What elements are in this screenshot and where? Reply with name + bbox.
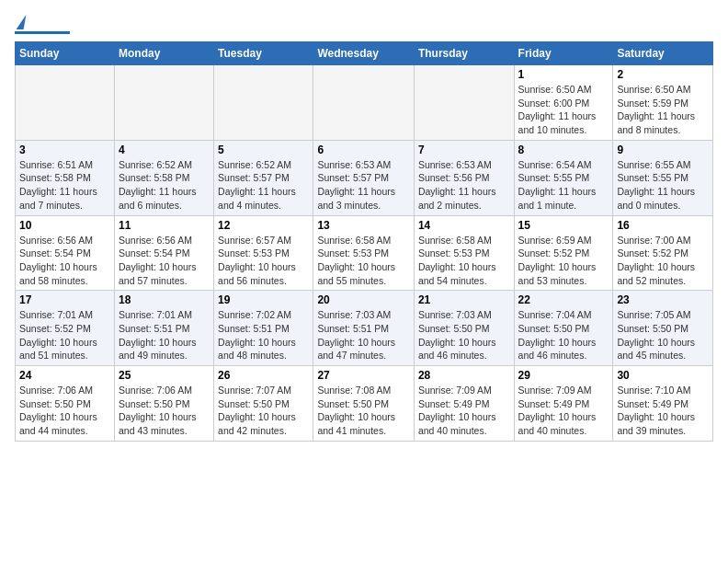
calendar-day-cell: 5Sunrise: 6:52 AM Sunset: 5:57 PM Daylig… xyxy=(214,140,313,215)
calendar-day-cell xyxy=(16,65,115,141)
calendar-week-row: 3Sunrise: 6:51 AM Sunset: 5:58 PM Daylig… xyxy=(16,140,713,215)
day-number: 9 xyxy=(617,144,709,156)
day-info: Sunrise: 6:57 AM Sunset: 5:53 PM Dayligh… xyxy=(218,234,309,288)
day-info: Sunrise: 7:05 AM Sunset: 5:50 PM Dayligh… xyxy=(617,308,709,362)
day-number: 12 xyxy=(218,219,309,232)
calendar-day-cell: 16Sunrise: 7:00 AM Sunset: 5:52 PM Dayli… xyxy=(613,215,713,291)
day-number: 23 xyxy=(617,293,709,306)
calendar-day-cell: 11Sunrise: 6:56 AM Sunset: 5:54 PM Dayli… xyxy=(114,215,213,291)
day-number: 5 xyxy=(218,144,309,156)
calendar-day-cell: 3Sunrise: 6:51 AM Sunset: 5:58 PM Daylig… xyxy=(16,140,115,215)
day-info: Sunrise: 7:00 AM Sunset: 5:52 PM Dayligh… xyxy=(617,234,709,288)
logo-underline xyxy=(15,31,70,34)
day-info: Sunrise: 7:03 AM Sunset: 5:51 PM Dayligh… xyxy=(317,308,410,362)
day-number: 24 xyxy=(19,369,110,382)
day-number: 20 xyxy=(317,293,410,306)
calendar-day-cell: 20Sunrise: 7:03 AM Sunset: 5:51 PM Dayli… xyxy=(313,291,415,366)
calendar-day-header: Monday xyxy=(114,42,213,65)
day-number: 16 xyxy=(617,219,709,232)
day-info: Sunrise: 7:08 AM Sunset: 5:50 PM Dayligh… xyxy=(317,384,410,438)
calendar-day-cell: 21Sunrise: 7:03 AM Sunset: 5:50 PM Dayli… xyxy=(414,291,514,366)
day-info: Sunrise: 7:04 AM Sunset: 5:50 PM Dayligh… xyxy=(518,308,609,362)
calendar-day-cell: 24Sunrise: 7:06 AM Sunset: 5:50 PM Dayli… xyxy=(16,366,115,442)
day-info: Sunrise: 7:06 AM Sunset: 5:50 PM Dayligh… xyxy=(19,384,110,438)
day-number: 14 xyxy=(418,219,510,232)
calendar-day-cell: 26Sunrise: 7:07 AM Sunset: 5:50 PM Dayli… xyxy=(214,366,313,442)
calendar-day-cell xyxy=(313,65,415,141)
calendar-day-header: Friday xyxy=(514,42,613,65)
day-info: Sunrise: 6:50 AM Sunset: 5:59 PM Dayligh… xyxy=(617,83,709,137)
day-info: Sunrise: 6:56 AM Sunset: 5:54 PM Dayligh… xyxy=(19,234,110,288)
calendar-day-cell: 12Sunrise: 6:57 AM Sunset: 5:53 PM Dayli… xyxy=(214,215,313,291)
day-info: Sunrise: 6:58 AM Sunset: 5:53 PM Dayligh… xyxy=(317,234,410,288)
day-info: Sunrise: 6:58 AM Sunset: 5:53 PM Dayligh… xyxy=(418,234,510,288)
day-info: Sunrise: 7:10 AM Sunset: 5:49 PM Dayligh… xyxy=(617,384,709,438)
day-info: Sunrise: 6:50 AM Sunset: 6:00 PM Dayligh… xyxy=(518,83,609,137)
calendar-day-header: Sunday xyxy=(16,42,115,65)
day-info: Sunrise: 6:56 AM Sunset: 5:54 PM Dayligh… xyxy=(119,234,210,288)
calendar-week-row: 17Sunrise: 7:01 AM Sunset: 5:52 PM Dayli… xyxy=(16,291,713,366)
day-info: Sunrise: 7:09 AM Sunset: 5:49 PM Dayligh… xyxy=(418,384,510,438)
calendar-day-cell: 8Sunrise: 6:54 AM Sunset: 5:55 PM Daylig… xyxy=(514,140,613,215)
day-number: 15 xyxy=(518,219,609,232)
day-info: Sunrise: 6:59 AM Sunset: 5:52 PM Dayligh… xyxy=(518,234,609,288)
calendar-day-cell: 15Sunrise: 6:59 AM Sunset: 5:52 PM Dayli… xyxy=(514,215,613,291)
day-number: 29 xyxy=(518,369,609,382)
calendar-day-cell: 6Sunrise: 6:53 AM Sunset: 5:57 PM Daylig… xyxy=(313,140,415,215)
day-info: Sunrise: 7:02 AM Sunset: 5:51 PM Dayligh… xyxy=(218,308,309,362)
calendar-day-cell: 4Sunrise: 6:52 AM Sunset: 5:58 PM Daylig… xyxy=(114,140,213,215)
day-number: 21 xyxy=(418,293,510,306)
calendar-day-cell: 27Sunrise: 7:08 AM Sunset: 5:50 PM Dayli… xyxy=(313,366,415,442)
calendar-day-cell: 29Sunrise: 7:09 AM Sunset: 5:49 PM Dayli… xyxy=(514,366,613,442)
day-number: 27 xyxy=(317,369,410,382)
day-info: Sunrise: 6:52 AM Sunset: 5:58 PM Dayligh… xyxy=(119,158,210,213)
day-info: Sunrise: 6:55 AM Sunset: 5:55 PM Dayligh… xyxy=(617,158,709,213)
calendar-day-cell: 23Sunrise: 7:05 AM Sunset: 5:50 PM Dayli… xyxy=(613,291,713,366)
calendar-day-header: Thursday xyxy=(414,42,514,65)
calendar-day-cell xyxy=(114,65,213,141)
calendar-day-cell: 18Sunrise: 7:01 AM Sunset: 5:51 PM Dayli… xyxy=(114,291,213,366)
calendar-day-cell xyxy=(214,65,313,141)
day-number: 4 xyxy=(119,144,210,156)
day-info: Sunrise: 7:03 AM Sunset: 5:50 PM Dayligh… xyxy=(418,308,510,362)
calendar-day-cell: 25Sunrise: 7:06 AM Sunset: 5:50 PM Dayli… xyxy=(114,366,213,442)
day-number: 30 xyxy=(617,369,709,382)
day-info: Sunrise: 7:01 AM Sunset: 5:51 PM Dayligh… xyxy=(119,308,210,362)
day-info: Sunrise: 6:51 AM Sunset: 5:58 PM Dayligh… xyxy=(19,158,110,213)
calendar-day-cell: 9Sunrise: 6:55 AM Sunset: 5:55 PM Daylig… xyxy=(613,140,713,215)
day-number: 13 xyxy=(317,219,410,232)
day-number: 1 xyxy=(518,68,609,81)
day-info: Sunrise: 7:01 AM Sunset: 5:52 PM Dayligh… xyxy=(19,308,110,362)
calendar-day-cell: 22Sunrise: 7:04 AM Sunset: 5:50 PM Dayli… xyxy=(514,291,613,366)
logo-triangle-icon xyxy=(17,15,27,29)
calendar-day-cell: 28Sunrise: 7:09 AM Sunset: 5:49 PM Dayli… xyxy=(414,366,514,442)
day-info: Sunrise: 7:09 AM Sunset: 5:49 PM Dayligh… xyxy=(518,384,609,438)
day-number: 8 xyxy=(518,144,609,156)
calendar-day-cell xyxy=(414,65,514,141)
day-number: 10 xyxy=(19,219,110,232)
calendar-day-cell: 30Sunrise: 7:10 AM Sunset: 5:49 PM Dayli… xyxy=(613,366,713,442)
day-number: 22 xyxy=(518,293,609,306)
day-number: 11 xyxy=(119,219,210,232)
day-number: 3 xyxy=(19,144,110,156)
calendar-day-cell: 10Sunrise: 6:56 AM Sunset: 5:54 PM Dayli… xyxy=(16,215,115,291)
calendar-week-row: 10Sunrise: 6:56 AM Sunset: 5:54 PM Dayli… xyxy=(16,215,713,291)
day-info: Sunrise: 6:53 AM Sunset: 5:56 PM Dayligh… xyxy=(418,158,510,213)
day-number: 6 xyxy=(317,144,410,156)
calendar-day-cell: 14Sunrise: 6:58 AM Sunset: 5:53 PM Dayli… xyxy=(414,215,514,291)
day-info: Sunrise: 7:06 AM Sunset: 5:50 PM Dayligh… xyxy=(119,384,210,438)
day-info: Sunrise: 7:07 AM Sunset: 5:50 PM Dayligh… xyxy=(218,384,309,438)
calendar-day-cell: 17Sunrise: 7:01 AM Sunset: 5:52 PM Dayli… xyxy=(16,291,115,366)
day-number: 26 xyxy=(218,369,309,382)
day-number: 28 xyxy=(418,369,510,382)
calendar-week-row: 1Sunrise: 6:50 AM Sunset: 6:00 PM Daylig… xyxy=(16,65,713,141)
calendar-table: SundayMondayTuesdayWednesdayThursdayFrid… xyxy=(15,41,713,442)
day-number: 7 xyxy=(418,144,510,156)
day-info: Sunrise: 6:52 AM Sunset: 5:57 PM Dayligh… xyxy=(218,158,309,213)
calendar-day-cell: 13Sunrise: 6:58 AM Sunset: 5:53 PM Dayli… xyxy=(313,215,415,291)
calendar-day-cell: 1Sunrise: 6:50 AM Sunset: 6:00 PM Daylig… xyxy=(514,65,613,141)
calendar-day-cell: 7Sunrise: 6:53 AM Sunset: 5:56 PM Daylig… xyxy=(414,140,514,215)
day-number: 18 xyxy=(119,293,210,306)
calendar-day-cell: 19Sunrise: 7:02 AM Sunset: 5:51 PM Dayli… xyxy=(214,291,313,366)
day-info: Sunrise: 6:53 AM Sunset: 5:57 PM Dayligh… xyxy=(317,158,410,213)
